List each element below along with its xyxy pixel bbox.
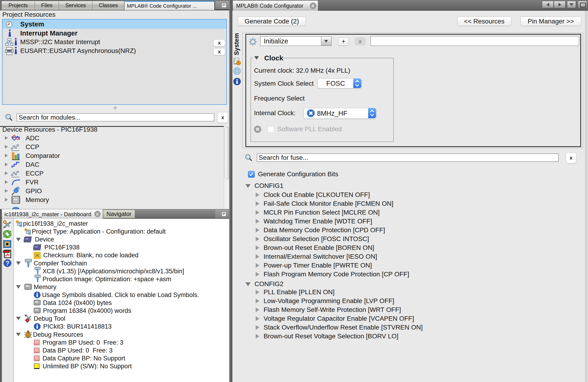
svg-text:?: ? (6, 260, 10, 267)
